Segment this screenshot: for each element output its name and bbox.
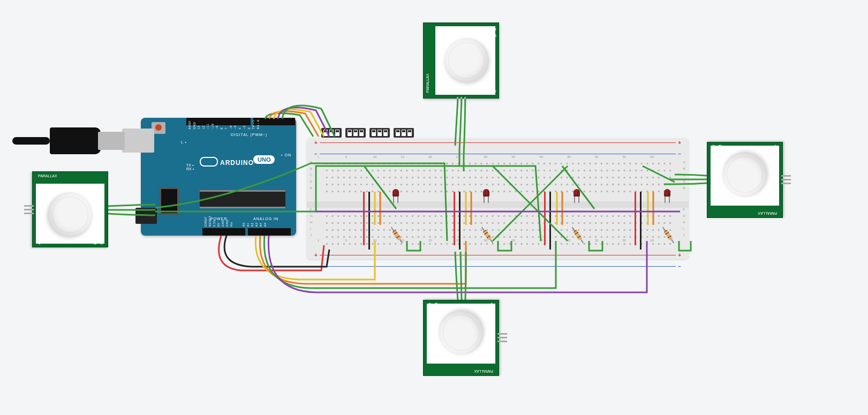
dip-switch-1[interactable] [321, 128, 342, 138]
pir-sensor-bottom[interactable]: PARALLAX PIR Sensor Rev B 555-28027 [423, 300, 499, 376]
breadboard-row-labels-left-bot: FGHIJ [310, 208, 313, 237]
arduino-digital-label: DIGITAL (PWM~) [231, 133, 267, 137]
led-1[interactable] [393, 189, 400, 199]
dip-switch-4[interactable] [394, 128, 414, 138]
arduino-on-led: ▪ ON [281, 153, 291, 157]
jumper-red-2[interactable] [454, 192, 455, 245]
jumper-black-4[interactable] [640, 192, 641, 250]
arduino-top-pin-labels: AREFGND1312~11~10~987~6~54~32TX→1RX←0 [188, 126, 295, 130]
arduino-digital-header-1[interactable] [186, 118, 251, 125]
jumper-black-1[interactable] [368, 192, 370, 250]
arduino-power-header[interactable] [202, 228, 245, 236]
breadboard-top-power-rail[interactable]: + − + − [313, 141, 682, 155]
arduino-analog-label: ANALOG IN [253, 217, 278, 221]
jumper-black-3[interactable] [549, 192, 551, 250]
jumper-red-1[interactable] [363, 192, 365, 245]
arduino-secondary-chip [160, 187, 179, 215]
jumper-black-2[interactable] [459, 192, 461, 250]
arduino-l-led: L ▪ [181, 140, 187, 144]
arduino-bottom-pin-labels: IOREFRESET3.3V5VGNDGNDVin A0A1A2A3A4A5 [204, 224, 295, 227]
usb-cable[interactable] [18, 127, 125, 154]
pir-sensor-top[interactable]: PARALLAX PIR Sensor Rev B 555-28027 [423, 22, 499, 99]
arduino-txrx-leds: TX ▪ RX ▪ [186, 163, 194, 171]
breadboard-row-labels-left-top: ABCDE [310, 161, 312, 190]
led-4[interactable] [664, 189, 671, 199]
pir-sensor-right[interactable]: PARALLAX PIR Sensor Rev B 555-28027 [707, 142, 783, 218]
breadboard-bottom-power-rail[interactable]: + − + − [313, 254, 682, 268]
pir-sensor-left[interactable]: PARALLAX PIR Sensor Rev B 555-28027 [32, 171, 108, 247]
jumper-red-3[interactable] [544, 192, 546, 245]
arduino-analog-header[interactable] [248, 228, 291, 236]
arduino-uno-board[interactable]: ARDUINO UNO TX ▪ RX ▪ ▪ ON L ▪ DIGITAL (… [141, 118, 296, 236]
dip-switch-2[interactable] [345, 128, 366, 138]
arduino-digital-header-2[interactable] [253, 118, 295, 125]
breadboard-row-labels-right-top: ABCDE [683, 161, 685, 190]
led-3[interactable] [573, 189, 581, 199]
breadboard-row-labels-right-bot: FGHIJ [683, 208, 685, 237]
breadboard-col-numbers-bot: 151015202530354045505560 [318, 239, 678, 242]
arduino-usb-port [122, 129, 154, 153]
jumper-red-4[interactable] [635, 192, 636, 245]
led-2[interactable] [483, 189, 490, 199]
arduino-power-jack [135, 208, 157, 224]
arduino-logo: ARDUINO [200, 155, 254, 167]
arduino-atmega-chip [200, 190, 285, 208]
arduino-uno-badge: UNO [253, 155, 275, 164]
dip-switch-3[interactable] [369, 128, 390, 138]
